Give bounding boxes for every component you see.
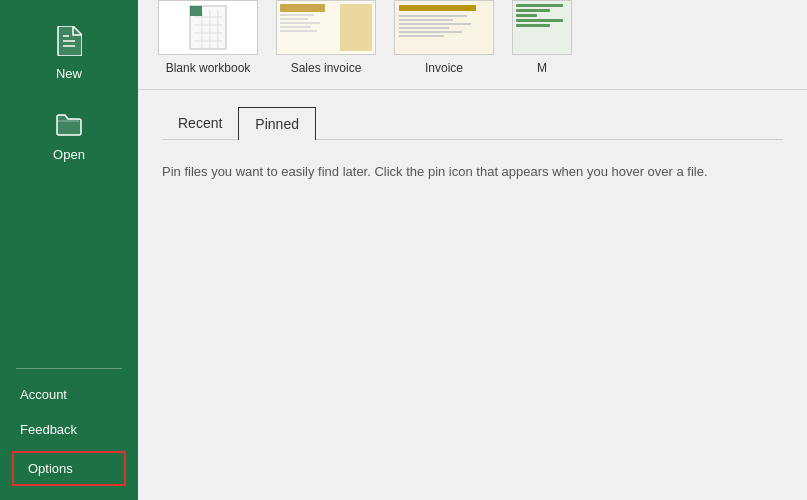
m-l5 [516,24,550,27]
template-invoice-label: Invoice [425,61,463,75]
templates-row: Blank workbook Sales invoice [138,0,807,90]
tab-pinned[interactable]: Pinned [238,107,316,140]
template-invoice[interactable]: Invoice [394,0,494,75]
sales-line-3 [280,22,320,24]
template-sales-label: Sales invoice [291,61,362,75]
template-m[interactable]: M [512,0,572,75]
m-l1 [516,4,563,7]
template-sales-thumb [276,0,376,55]
tab-recent[interactable]: Recent [162,106,238,139]
sales-line-1 [280,14,314,16]
sales-right [340,4,372,51]
pinned-message-area: Pin files you want to easily find later.… [138,140,807,203]
template-blank-thumb [158,0,258,55]
sales-line-2 [280,18,308,20]
tabs: Recent Pinned [162,106,783,140]
inv-l5 [399,31,462,33]
template-m-label: M [537,61,547,75]
inv-l3 [399,23,471,25]
open-folder-icon [55,113,83,141]
sales-invoice-preview [277,1,375,54]
inv-l6 [399,35,444,37]
m-preview [513,1,571,54]
sidebar-item-open[interactable]: Open [0,97,138,178]
sidebar-item-new-label: New [56,66,82,81]
inv-l1 [399,15,467,17]
template-blank-workbook[interactable]: Blank workbook [158,0,258,75]
sales-header-line [280,4,325,12]
invoice-preview [395,1,493,54]
template-m-thumb [512,0,572,55]
new-file-icon [56,26,82,60]
sidebar-item-account[interactable]: Account [0,377,138,412]
sidebar-item-new[interactable]: New [0,10,138,97]
inv-lines [399,15,489,37]
sales-left [280,4,337,51]
sidebar-item-open-label: Open [53,147,85,162]
m-l4 [516,19,563,22]
sidebar-item-options[interactable]: Options [12,451,126,486]
tabs-area: Recent Pinned [138,90,807,140]
sidebar-bottom: Account Feedback Options [0,360,138,500]
sidebar: New Open Account Feedback Options [0,0,138,500]
sales-line-5 [280,30,317,32]
main-content: Blank workbook Sales invoice [138,0,807,500]
inv-header [399,5,476,11]
blank-workbook-icon [159,1,257,54]
sales-line-4 [280,26,311,28]
inv-l2 [399,19,453,21]
sidebar-item-feedback[interactable]: Feedback [0,412,138,447]
pinned-message-text: Pin files you want to easily find later.… [162,164,708,179]
m-l3 [516,14,537,17]
template-invoice-thumb [394,0,494,55]
inv-l4 [399,27,449,29]
template-sales-invoice[interactable]: Sales invoice [276,0,376,75]
sidebar-nav: New Open [0,0,138,360]
svg-rect-11 [190,6,202,16]
m-l2 [516,9,550,12]
template-blank-label: Blank workbook [166,61,251,75]
sidebar-divider [16,368,122,369]
